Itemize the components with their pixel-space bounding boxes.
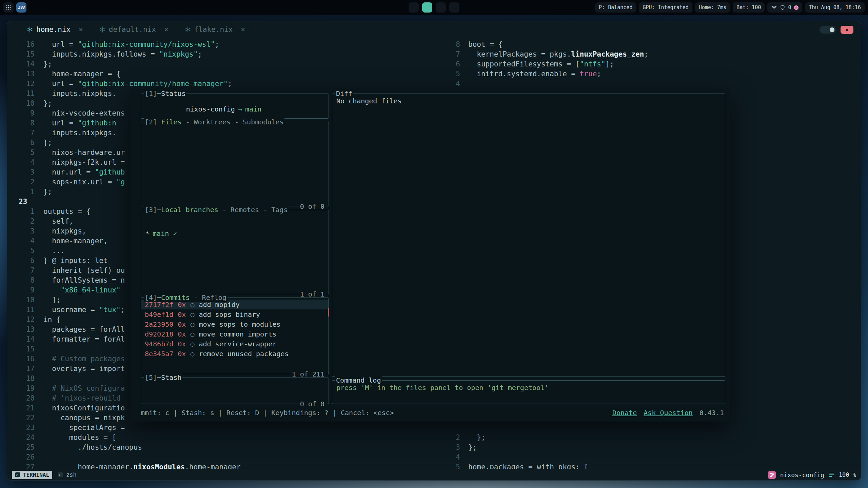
editor-status-bar: TERMINAL zsh nixos-config — [7, 469, 861, 480]
code-line[interactable]: 26 — [7, 452, 443, 462]
code-text: # 'nixos-rebuild — [43, 393, 121, 403]
panel-count: 0 of 0 — [299, 202, 326, 210]
commit-row[interactable]: 8e345a70x○remove unused packages — [141, 349, 329, 359]
code-text: home-manager = { — [43, 69, 121, 79]
window-toggle[interactable] — [820, 26, 836, 34]
code-line[interactable]: 25 ./hosts/canopus — [7, 443, 443, 452]
lazygit-diff-panel[interactable]: Diff No changed files — [332, 94, 725, 377]
lazygit-main: [1]─Status nixos-config→main [2]─Files -… — [141, 94, 725, 404]
commit-row[interactable]: b49ef1d0x○add sops binary — [141, 309, 329, 319]
clock[interactable]: Thu Aug 08, 18:16 — [805, 2, 865, 13]
panel-title: Command log — [335, 376, 382, 385]
code-text: in { — [43, 315, 61, 325]
code-line[interactable]: 16 url = "github:nix-community/nixos-wsl… — [7, 40, 443, 49]
code-line[interactable]: 15 inputs.nixpkgs.follows = "nixpkgs"; — [7, 49, 443, 59]
code-text: supportedFilesystems = ["ntfs"]; — [468, 59, 614, 69]
code-line[interactable]: 13 home-manager = { — [7, 69, 443, 79]
lazygit-status-panel[interactable]: [1]─Status nixos-config→main — [141, 94, 329, 119]
code-line[interactable]: 24 modules = [ — [7, 433, 443, 443]
code-text: nixpkgs, — [43, 226, 86, 236]
code-line[interactable]: 12 url = "github:nix-community/home-mana… — [7, 79, 443, 89]
system-tray[interactable]: 0 — [767, 2, 802, 13]
commit-message: remove unused packages — [199, 350, 289, 358]
code-lines-right-bottom: 2 }; 3 }; 4 5 home.packages = with pkgs;… — [443, 433, 861, 469]
code-text: canopus = nixpk — [43, 413, 125, 423]
editor-tab[interactable]: default.nix × — [99, 25, 169, 34]
lazygit-files-panel[interactable]: [2]─Files - Worktrees - Submodules 0 of … — [141, 122, 329, 206]
lazygit-branches-panel[interactable]: [3]─Local branches - Remotes - Tags *mai… — [141, 210, 329, 294]
tab-close-icon[interactable]: × — [79, 25, 83, 34]
topbar-module[interactable]: Home: 7ms — [695, 2, 730, 13]
graph-node-icon: ○ — [190, 340, 194, 348]
branch-row[interactable]: *main ✓ — [145, 229, 324, 238]
code-line[interactable]: 5 home.packages = with pkgs; [ — [443, 462, 861, 469]
code-text: nix-vscode-extens — [43, 108, 125, 118]
panel-subtabs: - Reflog — [190, 293, 226, 302]
tab-close-icon[interactable]: × — [164, 25, 169, 34]
lazygit-stash-panel[interactable]: [5]─Stash 0 of 0 — [141, 378, 329, 404]
wifi-icon — [771, 5, 777, 10]
line-number: 8 — [7, 118, 35, 128]
tab-close-icon[interactable]: × — [241, 25, 245, 34]
workspace-button[interactable] — [422, 2, 432, 13]
code-line[interactable]: 27 home-manager.nixosModules.home-manage… — [7, 462, 443, 469]
code-line[interactable]: 2 }; — [443, 433, 861, 443]
workspace-button[interactable] — [436, 2, 446, 13]
lazygit-commits-panel[interactable]: [4]─Commits - Reflog 2717f2f0x○add mopid… — [141, 298, 329, 374]
window-close-button[interactable]: × — [841, 26, 853, 34]
line-number: 13 — [7, 69, 35, 79]
line-number: 4 — [7, 158, 35, 167]
commit-row[interactable]: 9486b7d0x○add service-wrapper — [141, 339, 329, 349]
git-branch-icon — [768, 471, 776, 479]
workspace-button[interactable] — [449, 2, 459, 13]
panel-name: Files — [161, 118, 181, 126]
code-line[interactable]: 8 boot = { — [443, 40, 861, 49]
code-line[interactable]: 14 }; — [7, 59, 443, 69]
lazygit-command-log-panel[interactable]: Command log press 'M' in the files panel… — [332, 380, 725, 404]
code-line[interactable]: 3 }; — [443, 443, 861, 452]
line-number: 10 — [7, 295, 35, 305]
tab-label: default.nix — [109, 25, 156, 34]
panel-title: [2]─Files - Worktrees - Submodules — [144, 118, 284, 126]
keybinding-hints: mmit: c | Stash: s | Reset: D | Keybindi… — [141, 409, 394, 417]
code-text: }; — [43, 99, 52, 108]
code-text: }; — [43, 59, 52, 69]
line-number: 2 — [7, 177, 35, 187]
ask-question-link[interactable]: Ask Question — [644, 409, 693, 417]
code-text: }; — [43, 187, 52, 197]
commit-row[interactable]: d9202180x○move common imports — [141, 329, 329, 339]
editor-tab[interactable]: flake.nix × — [185, 25, 245, 34]
code-line[interactable]: 4 — [443, 452, 861, 462]
topbar-module[interactable]: P: Balanced — [595, 2, 636, 13]
line-number: 27 — [7, 462, 35, 469]
user-badge[interactable]: JW — [16, 2, 26, 13]
commit-row[interactable]: 2a239500x○move sops to modules — [141, 319, 329, 329]
panel-number: [4]─ — [145, 293, 161, 302]
topbar-module[interactable]: GPU: Integrated — [639, 2, 692, 13]
code-line[interactable]: 7 kernelPackages = pkgs.linuxPackages_ze… — [443, 49, 861, 59]
code-line[interactable]: 4 — [443, 79, 861, 89]
panel-subtabs: - Worktrees - Submodules — [181, 118, 283, 126]
workspace-button[interactable] — [409, 2, 419, 13]
panel-subtabs: - Remotes - Tags — [218, 205, 288, 214]
code-text: inherit (self) ou — [43, 266, 125, 276]
commit-author: 0x — [178, 350, 186, 358]
code-line[interactable]: 5 initrd.systemd.enable = true; — [443, 69, 861, 79]
panel-title: [5]─Stash — [144, 373, 182, 382]
shell-indicator: zsh — [58, 471, 77, 478]
version-label: 0.43.1 — [699, 409, 724, 417]
topbar-module[interactable]: Bat: 100 — [733, 2, 765, 13]
donate-link[interactable]: Donate — [612, 409, 637, 417]
app-launcher-button[interactable] — [3, 2, 14, 13]
code-line[interactable]: 23 specialArgs = — [7, 423, 443, 433]
code-text: url = "github:nix-community/home-manager… — [43, 79, 232, 89]
code-text: kernelPackages = pkgs.linuxPackages_zen; — [468, 49, 648, 59]
line-number: 4 — [7, 236, 35, 246]
module-label: GPU: Integrated — [643, 4, 688, 11]
code-text: specialArgs = — [43, 423, 125, 433]
scrollbar-thumb[interactable] — [328, 308, 329, 317]
code-line[interactable]: 6 supportedFilesystems = ["ntfs"]; — [443, 59, 861, 69]
module-label: Home: 7ms — [699, 4, 726, 11]
editor-tab[interactable]: home.nix × — [27, 25, 83, 34]
line-number: 21 — [7, 403, 35, 413]
